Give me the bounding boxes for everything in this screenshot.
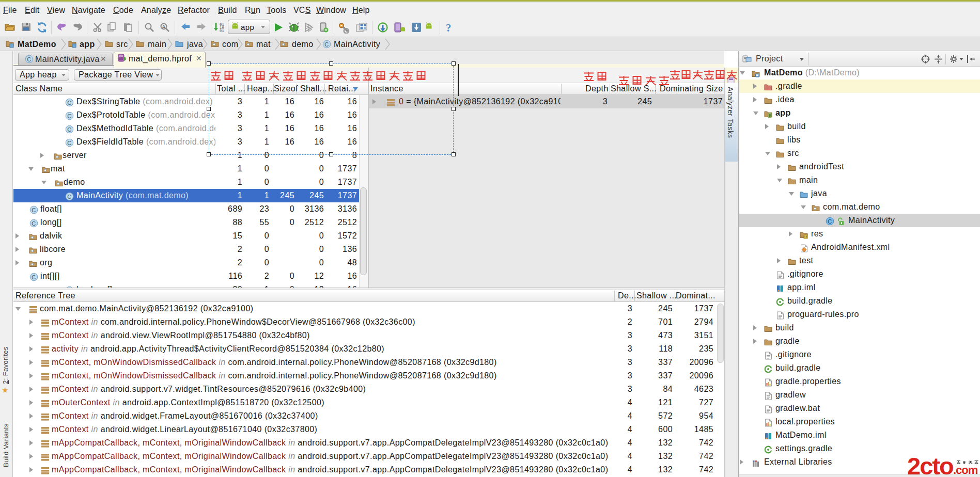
svg-text:C: C <box>828 218 832 225</box>
svg-text:01: 01 <box>220 29 224 33</box>
svg-text:C: C <box>67 113 71 119</box>
svg-text:C: C <box>67 194 71 200</box>
svg-text:C: C <box>67 100 71 106</box>
svg-text:C: C <box>324 41 329 47</box>
svg-text:C: C <box>67 126 71 133</box>
svg-text:?: ? <box>446 22 452 34</box>
svg-text:C: C <box>32 220 36 227</box>
svg-text:C: C <box>67 140 71 146</box>
svg-text:C: C <box>32 274 36 280</box>
svg-text:C: C <box>27 56 31 62</box>
svg-text:C: C <box>32 207 36 213</box>
svg-text:A: A <box>162 24 166 30</box>
